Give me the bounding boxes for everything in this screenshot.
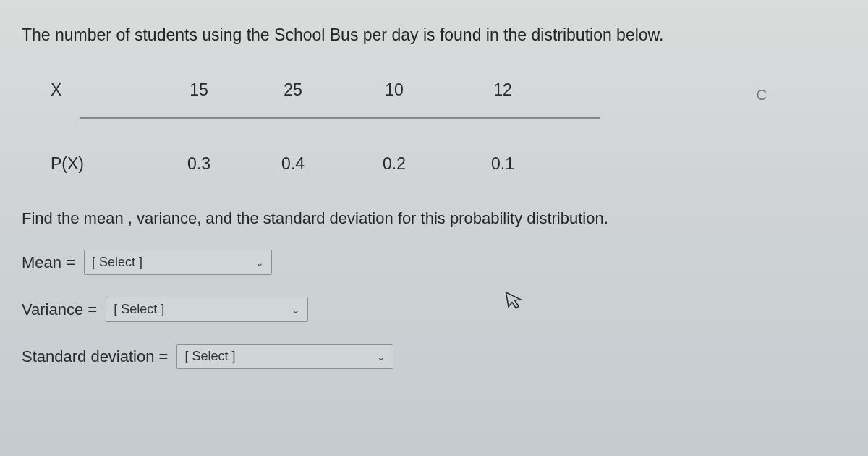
stddev-label: Standard deviation = [22,347,168,366]
refresh-icon[interactable]: C [757,87,767,104]
stddev-row: Standard deviation = [ Select ] ⌄ [22,344,846,369]
p-value: 0.1 [448,154,557,174]
distribution-table: X 15 25 10 12 P(X) 0.3 0.4 0.2 0.1 [51,67,846,187]
variance-select[interactable]: [ Select ] ⌄ [106,297,308,322]
cursor-icon [504,288,526,316]
table-row: P(X) 0.3 0.4 0.2 0.1 [51,140,846,187]
mean-row: Mean = [ Select ] ⌄ [22,250,846,275]
x-value: 15 [152,80,246,100]
mean-label: Mean = [22,253,75,272]
x-value: 25 [246,80,340,100]
x-label: X [51,80,152,100]
instruction-text: Find the mean , variance, and the standa… [22,209,846,228]
table-row: X 15 25 10 12 [51,67,846,114]
p-value: 0.2 [340,154,448,174]
p-value: 0.3 [152,154,246,174]
variance-label: Variance = [22,300,97,319]
chevron-down-icon: ⌄ [377,351,386,363]
x-value: 12 [448,80,557,100]
question-text: The number of students using the School … [22,25,846,45]
stddev-select[interactable]: [ Select ] ⌄ [176,344,393,369]
chevron-down-icon: ⌄ [255,257,264,269]
select-placeholder: [ Select ] [184,349,235,364]
select-placeholder: [ Select ] [114,302,164,317]
variance-row: Variance = [ Select ] ⌄ [22,297,846,322]
mean-select[interactable]: [ Select ] ⌄ [84,250,272,275]
select-placeholder: [ Select ] [92,255,142,270]
p-value: 0.4 [246,154,340,174]
table-divider [80,117,600,119]
x-value: 10 [340,80,448,100]
chevron-down-icon: ⌄ [292,304,300,316]
px-label: P(X) [51,154,152,174]
